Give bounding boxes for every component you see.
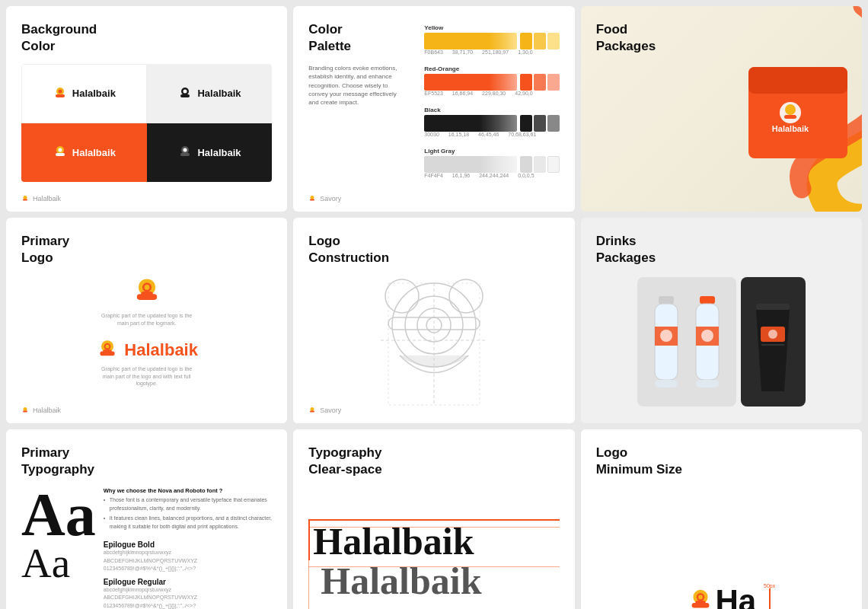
logo-icon-gray [177, 86, 193, 101]
card-drinks-packages: DrinksPackages [581, 218, 862, 423]
typo-aa-bold: Aa [21, 487, 96, 542]
svg-rect-45 [310, 411, 314, 413]
logo-icon-only-section: Graphic part of the updated logo is the … [101, 276, 193, 327]
svg-rect-15 [310, 199, 314, 201]
font-bold-name: Epilogue Bold [104, 540, 273, 549]
min-logo-display: Ha 50px [686, 583, 756, 609]
svg-point-54 [701, 330, 713, 342]
font-regular-chars: abcdefghijklmnopqrstuvwxyz ABCDEFGHIJKLM… [104, 586, 225, 609]
palette-black-label: Black [424, 107, 559, 113]
logo-full-section: Halalbaik Graphic part of the updated lo… [95, 338, 198, 387]
svg-rect-4 [180, 94, 190, 97]
primary-logo-full-icon [95, 338, 120, 362]
svg-point-11 [183, 148, 187, 152]
card-footer-construction: Savory [308, 407, 341, 414]
primary-logo-icon [130, 276, 164, 309]
food-swirl-svg: Halalbaik [672, 6, 862, 212]
svg-rect-13 [23, 199, 27, 201]
drinks-bottles-group [637, 277, 736, 407]
card-primary-logo: PrimaryLogo Graphic part of the updated … [6, 218, 287, 423]
clearspace-guide-left [308, 527, 309, 609]
typo-aa-regular: Aa [21, 542, 96, 584]
footer-construction-name: Savory [320, 407, 341, 414]
clearspace-guide-top [308, 527, 559, 528]
svg-rect-51 [700, 296, 715, 304]
palette-red-orange: Red-Orange EF552316,66,94229,80,3042,90,… [424, 65, 559, 96]
svg-point-14 [311, 196, 314, 199]
svg-point-5 [183, 89, 187, 93]
svg-point-2 [58, 89, 62, 93]
main-grid: BackgroundColor Halalbaik Halalbaik [0, 0, 868, 609]
size-label: 50px [764, 583, 775, 588]
logo-caption-2: Graphic part of the updated logo is the … [101, 365, 193, 387]
card-logo-minimum-size: LogoMinimum Size Ha 50px [581, 429, 862, 609]
card-title: BackgroundColor [21, 21, 272, 55]
clearspace-text1: Halalbaik [308, 519, 559, 560]
card-footer-primary-logo: Halalbaik [21, 407, 61, 414]
typo-why-label: Why we choose the Nova and Roboto font ? [104, 487, 273, 494]
svg-point-20 [785, 104, 796, 115]
card-footer-palette: Savory [308, 195, 341, 202]
palette-yellow-codes: F0B64338,71,70251,180,971,30,0 [424, 49, 559, 55]
typo-why-section: Why we choose the Nova and Roboto font ?… [104, 487, 273, 533]
typo-details: Why we choose the Nova and Roboto font ?… [104, 487, 273, 609]
brand-name-white: Halalbaik [72, 88, 116, 99]
palette-red-orange-label: Red-Orange [424, 65, 559, 72]
font-epilogue-bold: Epilogue Bold abcdefghijklmnopqrstuvwxyz… [104, 540, 273, 573]
svg-rect-33 [23, 411, 27, 413]
clearspace-guide-mid [308, 566, 559, 567]
svg-point-37 [426, 317, 442, 333]
footer-logo-icon [21, 195, 29, 202]
bg-color-grid: Halalbaik Halalbaik Halalbaik [21, 64, 272, 182]
palette-black-codes: 3003016,15,1846,45,4670,68,63,61 [424, 132, 559, 137]
food-pkg-title: FoodPackages [596, 21, 656, 55]
svg-rect-1 [56, 94, 65, 97]
svg-point-58 [768, 330, 777, 339]
card-color-palette: ColorPalette Branding colors evoke emoti… [293, 6, 574, 212]
min-logo-text-partial: Ha [715, 583, 756, 609]
palette-black: Black 3003016,15,1846,45,4670,68,63,61 [424, 107, 559, 137]
food-pkg-title-area: FoodPackages [596, 21, 656, 64]
typo-big-letters: Aa Aa [21, 487, 96, 609]
svg-point-8 [58, 148, 62, 152]
svg-point-24 [144, 285, 149, 290]
card-typography-clearspace: TypographyClear-space Halalbaik Halalbai… [293, 429, 574, 609]
svg-rect-55 [696, 380, 719, 387]
typo-layout: Aa Aa Why we choose the Nova and Roboto … [21, 487, 272, 609]
palette-yellow: Yellow F0B64338,71,70251,180,971,30,0 [424, 24, 559, 55]
drinks-visual [581, 260, 862, 423]
font-bold-chars: abcdefghijklmnopqrstuvwxyz ABCDEFGHIJKLM… [104, 549, 225, 573]
logo-full: Halalbaik [95, 338, 198, 362]
svg-point-12 [24, 196, 27, 199]
food-pkg-visual: Halalbaik [672, 6, 862, 212]
footer-savory-icon2 [308, 407, 316, 414]
card-primary-typography: PrimaryTypography Aa Aa Why we choose th… [6, 429, 287, 609]
card-logo-construction: LogoConstruction [293, 218, 574, 423]
svg-rect-10 [180, 153, 190, 156]
drinks-pkg-title: DrinksPackages [596, 233, 656, 266]
svg-rect-31 [104, 349, 112, 352]
svg-rect-7 [56, 153, 65, 156]
min-size-title: LogoMinimum Size [596, 445, 847, 478]
svg-point-38 [385, 279, 419, 313]
logo-icon-dark [177, 145, 193, 160]
clearspace-text-container: Halalbaik Halalbaik [293, 519, 574, 600]
bg-white: Halalbaik [21, 64, 147, 123]
svg-rect-21 [784, 115, 796, 119]
drinks-title-area: DrinksPackages [596, 233, 656, 276]
svg-rect-50 [655, 380, 678, 387]
card-food-packages: FoodPackages Halalbaik [581, 6, 862, 212]
typo-bullet-1: Those font is a contemporary and versati… [104, 496, 273, 512]
bg-dark: Halalbaik [147, 123, 273, 183]
svg-point-49 [660, 330, 672, 342]
bottle-1-svg [647, 292, 685, 399]
footer-logo-icon2 [21, 407, 29, 414]
clearspace-title: TypographyClear-space [308, 445, 559, 478]
coffee-cup-group [741, 277, 806, 407]
footer-savory-name: Savory [320, 195, 341, 202]
bg-gray: Halalbaik [147, 64, 273, 123]
card-background-color: BackgroundColor Halalbaik Halalbaik [6, 6, 287, 212]
bottle-2-svg [688, 292, 726, 399]
primary-typo-title: PrimaryTypography [21, 445, 272, 478]
logo-icon-orange [53, 145, 68, 160]
